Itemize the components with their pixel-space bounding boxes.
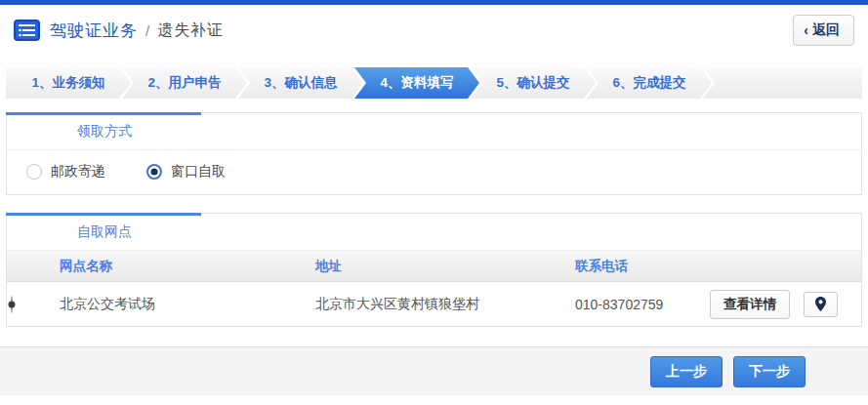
step-progress-bar: 1、业务须知 2、用户申告 3、确认信息 4、资料填写 5、确认提交 6、完成提… — [6, 67, 862, 99]
pickup-outlets-title: 自取网点 — [7, 214, 861, 251]
back-chevron-icon: ‹ — [804, 22, 808, 38]
radio-option-window-pickup[interactable]: 窗口自取 — [146, 163, 226, 181]
breadcrumb-current: 遗失补证 — [157, 20, 224, 41]
outlet-actions-cell: 查看详情 — [710, 290, 861, 319]
page-header: 驾驶证业务 / 遗失补证 ‹ 返回 — [0, 5, 868, 56]
outlet-address-cell: 北京市大兴区黄村镇狼垡村 — [315, 296, 575, 313]
breadcrumb-separator: / — [145, 22, 149, 39]
outlet-name-cell: 北京公交考试场 — [60, 296, 315, 313]
radio-option-label: 窗口自取 — [171, 163, 226, 181]
step-bar-filler — [703, 67, 862, 99]
location-pin-icon — [815, 297, 826, 311]
outlet-table-row: 北京公交考试场 北京市大兴区黄村镇狼垡村 010-83702759 查看详情 — [7, 282, 861, 326]
column-header-phone: 联系电话 — [575, 258, 710, 275]
license-business-icon — [14, 20, 40, 41]
page-title: 驾驶证业务 — [50, 20, 138, 42]
step-1-business-notice[interactable]: 1、业务须知 — [6, 67, 131, 99]
back-button-label: 返回 — [812, 21, 840, 39]
row-radio-cell — [7, 297, 60, 312]
pickup-method-options: 邮政寄递 窗口自取 — [7, 150, 861, 194]
step-6-complete-submit[interactable]: 6、完成提交 — [587, 67, 712, 99]
wizard-footer: 上一步 下一步 — [0, 346, 868, 395]
row-radio-selected-icon[interactable] — [11, 296, 13, 313]
pickup-method-title: 领取方式 — [7, 113, 861, 150]
back-button[interactable]: ‹ 返回 — [793, 15, 854, 46]
step-3-confirm-info[interactable]: 3、确认信息 — [238, 67, 363, 99]
radio-unselected-icon[interactable] — [26, 164, 42, 180]
pickup-outlets-section: 自取网点 网点名称 地址 联系电话 北京公交考试场 北京市大兴区黄村镇狼垡村 0… — [6, 213, 862, 327]
map-location-button[interactable] — [804, 292, 838, 317]
outlets-table-header: 网点名称 地址 联系电话 — [7, 251, 861, 282]
step-5-confirm-submit[interactable]: 5、确认提交 — [471, 67, 596, 99]
pickup-method-section: 领取方式 邮政寄递 窗口自取 — [6, 112, 862, 195]
outlet-phone-cell: 010-83702759 — [575, 297, 710, 312]
radio-selected-icon[interactable] — [146, 164, 162, 180]
next-step-button[interactable]: 下一步 — [733, 356, 806, 387]
radio-option-postal-delivery[interactable]: 邮政寄递 — [26, 163, 105, 181]
view-details-button[interactable]: 查看详情 — [710, 290, 790, 319]
column-header-address: 地址 — [315, 258, 575, 275]
radio-option-label: 邮政寄递 — [51, 163, 105, 181]
step-2-user-declaration[interactable]: 2、用户申告 — [122, 67, 247, 99]
column-header-outlet-name: 网点名称 — [60, 258, 315, 275]
previous-step-button[interactable]: 上一步 — [650, 356, 723, 387]
step-4-fill-in-data[interactable]: 4、资料填写 — [354, 67, 479, 99]
